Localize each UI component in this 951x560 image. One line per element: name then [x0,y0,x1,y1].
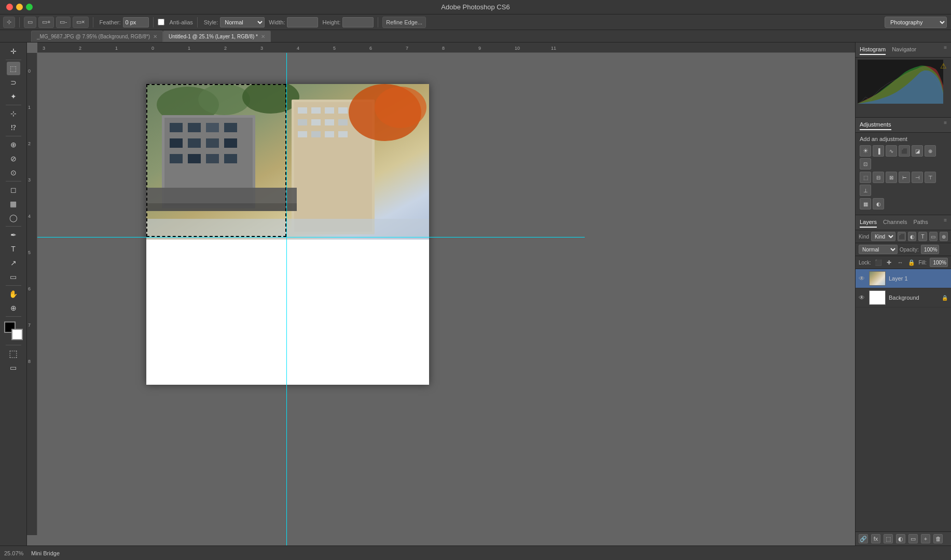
tab2-close[interactable]: ✕ [261,34,265,39]
magic-wand-tool[interactable]: ✦ [7,90,20,103]
document-canvas[interactable] [146,84,429,385]
shape-filter-icon[interactable]: ▭ [929,232,938,241]
opacity-input[interactable] [921,245,939,254]
selective-color-adj[interactable]: ◐ [873,198,884,209]
levels-adj[interactable]: ▐ [873,145,884,157]
quick-mask-tool[interactable]: ⬚ [7,347,20,360]
svg-rect-33 [146,203,297,211]
crop-tool[interactable]: ⊹ [7,107,20,120]
add-mask-btn[interactable]: ⬚ [884,534,893,543]
add-adjustment-btn[interactable]: ◐ [896,534,905,543]
eraser-tool[interactable]: ◻ [7,183,20,197]
layers-options-icon[interactable]: ≡ [944,217,947,228]
screen-mode-btn[interactable]: ▭ [7,361,20,374]
lock-position-icon[interactable]: ✚ [885,258,893,267]
pixel-filter-icon[interactable]: ⬛ [898,232,906,241]
tab1-close[interactable]: ✕ [153,34,157,39]
fill-input[interactable] [930,258,948,267]
canvas-container[interactable] [37,53,855,545]
navigator-tab[interactable]: Navigator [892,45,916,55]
traffic-lights[interactable] [6,4,33,10]
background-name[interactable]: Background [889,295,939,301]
kind-select[interactable]: Kind [871,232,895,241]
mini-bridge-panel[interactable]: Mini Bridge [27,545,855,560]
eyedropper-tool[interactable]: ⁉ [7,121,20,134]
layer1-visibility-icon[interactable]: 👁 [859,275,866,282]
pen-tool[interactable]: ✒ [7,228,20,242]
zoom-tool[interactable]: ⊕ [7,301,20,315]
new-layer-btn[interactable]: + [921,534,930,543]
tool-options-btn[interactable]: ⊹ [3,17,15,28]
brightness-contrast-adj[interactable]: ☀ [860,145,871,157]
link-layers-btn[interactable]: 🔗 [859,534,868,543]
background-color[interactable] [11,329,23,340]
adjust-filter-icon[interactable]: ◐ [908,232,916,241]
smart-filter-icon[interactable]: ⊕ [940,232,948,241]
subtract-selection-btn[interactable]: ▭- [56,17,71,28]
antialias-checkbox[interactable] [158,19,164,25]
adjustments-section: Add an adjustment ☀ ▐ ∿ ⬛ ◪ ⊕ ⊡ ⬚ ⊟ ⊠ ⊢ … [856,133,951,215]
layers-tab[interactable]: Layers [860,217,877,228]
background-visibility-icon[interactable]: 👁 [859,294,866,301]
type-tool[interactable]: T [7,242,20,256]
height-input[interactable] [342,17,374,27]
ruler-vmark: 8 [28,359,31,364]
close-button[interactable] [6,4,13,10]
delete-layer-btn[interactable]: 🗑 [933,534,943,543]
tab-file2[interactable]: Untitled-1 @ 25.1% (Layer 1, RGB/8) * ✕ [163,31,271,42]
shape-tool[interactable]: ▭ [7,270,20,284]
exposure-adj[interactable]: ⬛ [899,145,910,157]
tab-file1[interactable]: _MG_9687.JPG @ 7.95% (Background, RGB/8*… [31,31,163,42]
curves-adj[interactable]: ∿ [886,145,897,157]
bw-adj[interactable]: ⬚ [860,172,871,183]
add-style-btn[interactable]: fx [871,534,880,543]
layer-item-layer1[interactable]: 👁 Layer 1 [856,269,951,288]
hand-tool[interactable]: ✋ [7,287,20,301]
maximize-button[interactable] [26,4,33,10]
add-selection-btn[interactable]: ▭+ [38,17,54,28]
hue-sat-adj[interactable]: ⊕ [925,145,936,157]
blend-mode-select[interactable]: Normal Multiply Screen Overlay [859,245,898,254]
channel-mixer-adj[interactable]: ⊠ [886,172,897,183]
lock-all-icon[interactable]: 🔒 [907,258,915,267]
marquee-tool[interactable]: ⬚ [7,62,20,75]
lasso-tool[interactable]: ⊃ [7,76,20,89]
layer-item-background[interactable]: 👁 Background 🔒 [856,288,951,307]
gradient-tool[interactable]: ▦ [7,197,20,211]
layer1-name[interactable]: Layer 1 [889,275,948,282]
dodge-tool[interactable]: ◯ [7,211,20,225]
lock-move-icon[interactable]: ↔ [897,258,904,267]
canvas-area[interactable]: 3 2 1 0 1 2 3 4 5 6 7 8 9 10 11 0 1 2 3 … [27,43,855,545]
refine-edge-button[interactable]: Refine Edge... [382,17,426,28]
channels-tab[interactable]: Channels [883,217,907,228]
color-balance-adj[interactable]: ⊡ [860,158,871,170]
clone-tool[interactable]: ⊙ [7,166,20,179]
style-select[interactable]: Normal Fixed Ratio Fixed Size [220,17,265,27]
lock-pixels-icon[interactable]: ⬛ [874,258,882,267]
opacity-label: Opacity: [900,247,919,253]
new-group-btn[interactable]: ▭ [908,534,918,543]
adjustments-tab[interactable]: Adjustments [860,120,891,130]
minimize-button[interactable] [16,4,23,10]
path-select-tool[interactable]: ↗ [7,256,20,270]
photo-filter-adj[interactable]: ⊟ [873,172,884,183]
color-lookup-adj[interactable]: ⊢ [899,172,910,183]
histogram-tab[interactable]: Histogram [860,45,886,55]
new-selection-btn[interactable]: ▭ [24,17,36,28]
brush-tool[interactable]: ⊘ [7,152,20,165]
move-tool[interactable]: ✛ [7,45,20,58]
threshold-adj[interactable]: ⊥ [860,185,871,196]
heal-tool[interactable]: ⊕ [7,138,20,151]
vibrance-adj[interactable]: ◪ [912,145,923,157]
workspace-select[interactable]: Photography Essentials Design [885,17,947,28]
gradient-map-adj[interactable]: ▦ [860,198,871,209]
invert-adj[interactable]: ⊣ [912,172,923,183]
posterize-adj[interactable]: ⊤ [925,172,936,183]
intersect-selection-btn[interactable]: ▭× [73,17,88,28]
adj-options-icon[interactable]: ≡ [944,120,947,130]
width-input[interactable] [287,17,318,27]
panel-options-icon[interactable]: ≡ [944,45,947,55]
feather-input[interactable] [123,17,149,27]
paths-tab[interactable]: Paths [914,217,928,228]
type-filter-icon[interactable]: T [918,232,927,241]
